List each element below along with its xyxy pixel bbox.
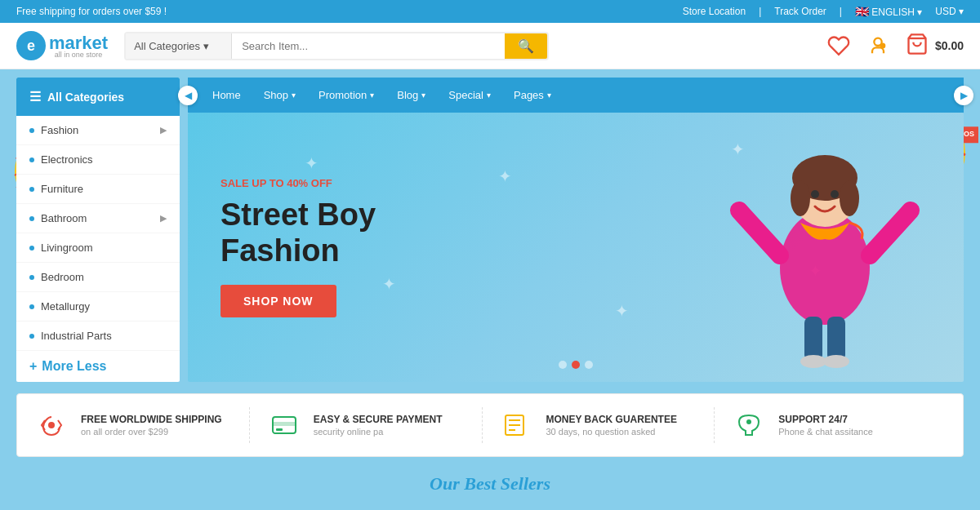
- svg-rect-29: [273, 422, 296, 426]
- feature-payment-text: EASY & SECURE PAYMENT security online pa: [314, 414, 443, 437]
- svg-rect-24: [827, 317, 845, 361]
- sidebar-bullet: [29, 304, 34, 309]
- sidebar-item-label: Metallurgy: [41, 300, 90, 313]
- feature-shipping-text: FREE WORLDWIDE SHIPPING on all order ove…: [81, 414, 222, 437]
- hero-child-image: [686, 113, 964, 382]
- svg-point-35: [746, 419, 751, 424]
- svg-point-25: [800, 355, 826, 368]
- moneyback-icon: [499, 407, 535, 443]
- sidebar-bullet: [29, 128, 34, 133]
- svg-line-22: [870, 211, 911, 255]
- sidebar-bullet: [29, 334, 34, 339]
- nav-chevron-icon: ▾: [547, 91, 551, 100]
- cart-area[interactable]: $0.00: [906, 33, 964, 59]
- nav-item-shop[interactable]: Shop ▾: [252, 78, 307, 113]
- payment-icon: [266, 407, 302, 443]
- hero-shop-now-btn[interactable]: SHOP NOW: [220, 285, 336, 317]
- nav-item-special[interactable]: Special ▾: [437, 78, 502, 113]
- sidebar-item-bathroom[interactable]: Bathroom ▶: [16, 204, 180, 233]
- sidebar-item-label: Furniture: [41, 183, 83, 195]
- nav-chevron-icon: ▾: [370, 91, 374, 100]
- nav-item-label: Shop: [264, 89, 288, 101]
- header-icons: ♪ $0.00: [827, 33, 964, 59]
- nav-item-pages[interactable]: Pages ▾: [502, 78, 563, 113]
- wishlist-icon[interactable]: [827, 34, 850, 57]
- nav-arrow-right[interactable]: ▶: [954, 86, 973, 105]
- svg-line-21: [739, 211, 780, 255]
- sidebar-item-label: Livingroom: [41, 242, 93, 254]
- nav-items-container: Home Shop ▾ Promotion ▾ Blog ▾ Special ▾…: [201, 78, 563, 113]
- nav-bar: ◀ Home Shop ▾ Promotion ▾ Blog ▾ Special…: [188, 78, 964, 113]
- features-bar: FREE WORLDWIDE SHIPPING on all order ove…: [16, 393, 964, 457]
- shipping-icon: [33, 407, 69, 443]
- top-bar: Free shipping for orders over $59 ! Stor…: [0, 0, 980, 23]
- nav-item-home[interactable]: Home: [201, 78, 252, 113]
- sidebar-item-livingroom[interactable]: Livingroom: [16, 233, 180, 263]
- sidebar-item-label: Electronics: [41, 153, 93, 166]
- nav-area: ◀ Home Shop ▾ Promotion ▾ Blog ▾ Special…: [188, 78, 964, 382]
- sidebar-item-arrow: ▶: [160, 213, 167, 224]
- sidebar-item-bedroom[interactable]: Bedroom: [16, 263, 180, 292]
- logo[interactable]: e market all in one store: [16, 31, 108, 60]
- sidebar-bullet: [29, 216, 34, 221]
- top-bar-right: Store Location | Track Order | 🇬🇧 ENGLIS…: [683, 5, 964, 18]
- store-location-link[interactable]: Store Location: [683, 6, 746, 17]
- sidebar-item-label: Fashion: [41, 124, 78, 136]
- language-selector[interactable]: 🇬🇧 ENGLISH ▾: [855, 5, 922, 18]
- slider-dot-2[interactable]: [572, 361, 580, 369]
- hero-sale-text: SALE UP TO 40% OFF: [220, 177, 376, 189]
- nav-chevron-icon: ▾: [487, 91, 491, 100]
- nav-item-label: Promotion: [318, 89, 367, 101]
- menu-icon: ☰: [29, 89, 41, 104]
- header: e market all in one store All Categories…: [0, 23, 980, 69]
- flag-icon: 🇬🇧: [855, 5, 869, 18]
- best-sellers-heading: Our Best Sellers: [16, 457, 964, 510]
- nav-item-label: Home: [212, 89, 241, 101]
- account-icon[interactable]: ♪: [866, 34, 889, 57]
- nav-item-blog[interactable]: Blog ▾: [385, 78, 437, 113]
- svg-point-17: [791, 180, 810, 216]
- nav-item-label: Special: [448, 89, 483, 101]
- sidebar-bullet: [29, 275, 34, 280]
- svg-text:♪: ♪: [881, 44, 883, 48]
- hero-slider-dots: [559, 361, 593, 369]
- track-order-link[interactable]: Track Order: [774, 6, 826, 17]
- category-dropdown[interactable]: All Categories ▾: [126, 33, 232, 59]
- nav-arrow-left[interactable]: ◀: [178, 86, 198, 105]
- sidebar-item-arrow: ▶: [160, 125, 167, 135]
- nav-chevron-icon: ▾: [292, 91, 296, 100]
- hero-content: SALE UP TO 40% OFF Street Boy Fashion SH…: [188, 153, 408, 342]
- feature-moneyback-text: MONEY BACK GUARENTEE 30 days, no questio…: [546, 414, 677, 437]
- nav-item-label: Blog: [397, 89, 418, 101]
- feature-support: SUPPORT 24/7 Phone & chat assitance: [714, 407, 947, 443]
- svg-rect-30: [276, 428, 283, 431]
- svg-rect-23: [804, 317, 822, 361]
- sidebar-item-industrial-parts[interactable]: Industrial Parts: [16, 322, 180, 351]
- sidebar-more-btn[interactable]: + More Less: [16, 351, 180, 382]
- sidebar-item-electronics[interactable]: Electronics: [16, 145, 180, 175]
- search-button[interactable]: 🔍: [505, 33, 547, 59]
- search-bar: All Categories ▾ 🔍: [124, 32, 549, 60]
- feature-support-text: SUPPORT 24/7 Phone & chat assitance: [778, 414, 873, 437]
- svg-point-26: [823, 355, 849, 368]
- sidebar-item-metallurgy[interactable]: Metallurgy: [16, 292, 180, 322]
- slider-dot-1[interactable]: [559, 361, 567, 369]
- svg-point-14: [780, 211, 870, 325]
- cart-icon: [906, 33, 929, 59]
- nav-chevron-icon: ▾: [421, 91, 425, 100]
- svg-point-27: [48, 422, 55, 428]
- slider-dot-3[interactable]: [585, 361, 593, 369]
- search-input[interactable]: [232, 33, 505, 59]
- sidebar-item-label: Bathroom: [41, 212, 87, 224]
- feature-payment: EASY & SECURE PAYMENT security online pa: [249, 407, 482, 443]
- sidebar-item-label: Bedroom: [41, 271, 84, 283]
- sidebar-item-fashion[interactable]: Fashion ▶: [16, 116, 180, 145]
- main-wrapper: 60+ DEMOS ☰ All Categories Fashion ▶ Ele…: [0, 69, 980, 510]
- currency-selector[interactable]: USD ▾: [935, 6, 964, 17]
- sidebar-item-furniture[interactable]: Furniture: [16, 175, 180, 204]
- nav-item-promotion[interactable]: Promotion ▾: [307, 78, 385, 113]
- sidebar: ☰ All Categories Fashion ▶ Electronics F…: [16, 78, 180, 382]
- sidebar-more-label: More Less: [42, 359, 106, 374]
- sidebar-bullet: [29, 157, 34, 162]
- sidebar-items-container: Fashion ▶ Electronics Furniture Bathroom…: [16, 116, 180, 351]
